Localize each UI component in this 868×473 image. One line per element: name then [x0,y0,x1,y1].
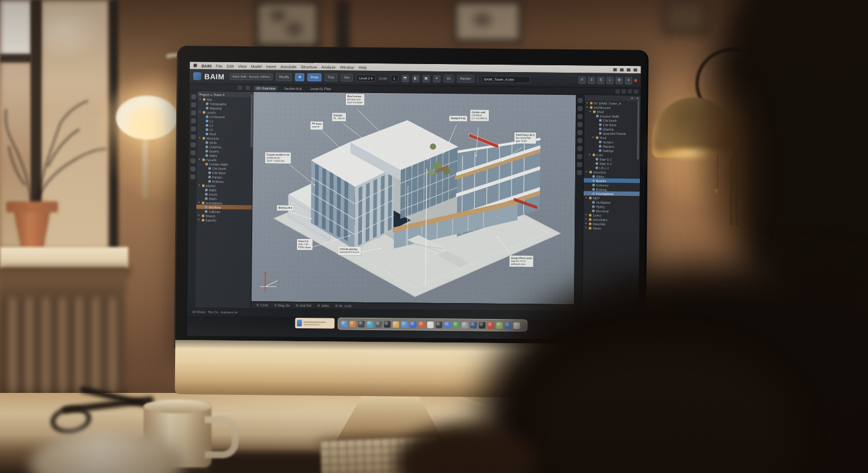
right-tool-icon-8[interactable] [577,162,582,167]
callout-annotation[interactable]: PV arrayzone B [311,121,323,129]
dock-icon-docs[interactable] [410,321,417,328]
callout-annotation[interactable]: Balcony B-2 [277,206,293,211]
tree-row[interactable]: ▾Exports [196,217,252,222]
menu-item-window[interactable]: Window [340,65,354,69]
view-icon[interactable] [245,86,250,90]
callout-annotation[interactable]: Facade module F-11anodized alu1200 × 320… [265,152,290,163]
callout-annotation[interactable]: Roof terraceplanted zoneload 3.5 kN/m² [346,94,364,105]
viewport-status-item[interactable]: Ortho [317,304,329,307]
view-icon[interactable] [237,86,242,90]
left-tool-icon-3[interactable] [190,118,195,123]
left-tool-icon-9[interactable] [190,166,195,171]
callout-annotation[interactable]: Skylight S-02 [449,116,467,121]
dock-icon-firefox[interactable] [419,321,425,328]
left-tool-icon-1[interactable] [191,102,196,107]
toolbar-icon-2[interactable]: ▣ [422,75,430,82]
toolbar-button-render[interactable]: Render [457,75,474,83]
toolbar-right-icon-1[interactable]: ⚙ [615,76,623,84]
dock-icon-terminal[interactable] [384,321,391,328]
viewport-status-item[interactable]: 1:100 [256,303,268,307]
dock-icon-gray-app[interactable] [462,321,469,328]
menu-item-annotate[interactable]: Annotate [280,64,297,68]
left-tool-icon-4[interactable] [190,126,195,131]
wifi-icon[interactable] [613,68,617,71]
tab-3d-overview[interactable]: 3D Overview [253,86,278,91]
left-tool-icon-6[interactable] [190,142,195,147]
tool-letter-4[interactable]: 4 [588,76,595,84]
dock-icon-maps[interactable] [496,321,503,328]
right-tool-icon-5[interactable] [577,138,582,143]
draw-tool-button[interactable]: Draw [308,74,322,81]
dock-icon-pdf[interactable] [488,321,494,328]
tool-letter-s[interactable]: S [597,76,604,84]
notification-widget[interactable] [295,318,335,329]
dock-icon-pages[interactable] [444,321,451,328]
tool-letter-f[interactable]: F [578,76,586,84]
dock-icon-camera[interactable] [358,320,365,327]
right-tool-icon-0[interactable] [578,98,583,103]
callout-annotation[interactable]: Ground floor retailslab RL +0.00polished… [510,256,533,267]
toolbar-right-icon-0[interactable]: ⌕ [606,76,613,84]
dock-icon-word[interactable] [470,321,477,328]
left-tool-icon-8[interactable] [190,158,195,163]
toolbar-right-icon-2[interactable]: ≡ [624,76,632,84]
viewport-status-item[interactable]: Snap On [274,304,290,307]
dock-icon-sheets[interactable] [453,321,460,328]
dock-icon-settings[interactable] [436,321,443,328]
menu-item-analyze[interactable]: Analyze [321,65,335,69]
apple-menu-icon[interactable] [194,63,197,67]
right-tool-icon-3[interactable] [577,122,582,127]
dock-icon-utility[interactable] [375,321,382,328]
dock-icon-folder[interactable] [393,321,399,328]
right-tool-icon-4[interactable] [577,130,582,135]
battery-icon[interactable] [620,68,624,71]
right-tool-icon-2[interactable] [577,114,582,119]
viewport-status-item[interactable]: Grid 500 [296,304,311,307]
draw-tool-icon[interactable]: ✚ [295,73,305,81]
menu-item-view[interactable]: View [238,63,247,68]
viewport-3d[interactable]: Roof terraceplanted zoneload 3.5 kN/m²Pa… [252,92,576,304]
menu-item-edit[interactable]: Edit [227,63,234,68]
toolbar-icon-0[interactable]: ⬒ [401,75,409,82]
view-control-icon-0[interactable] [615,89,620,94]
dock-icon-finder[interactable] [514,322,520,329]
level-selector[interactable]: Level 2 ▾ [356,74,375,81]
menu-item-model[interactable]: Model [251,64,262,68]
right-tool-icon-6[interactable] [577,146,582,151]
left-tool-icon-7[interactable] [190,150,195,155]
left-tool-icon-10[interactable] [190,174,195,179]
clock-icon[interactable] [627,68,631,71]
callout-annotation[interactable]: Steel frame SF-3fire rating R60galv. fin… [514,132,536,144]
dock-icon-photos[interactable] [350,320,356,327]
scale-input[interactable]: 1 [390,75,398,82]
view-control-icon-3[interactable] [634,89,638,94]
menu-item-baim[interactable]: BAIM [202,63,212,68]
toolbar-icon-1[interactable]: ◧ [412,75,419,82]
left-tool-icon-5[interactable] [190,134,195,139]
right-tool-icon-9[interactable] [577,170,582,175]
callout-annotation[interactable]: Core C-1stair + liftFD30 doors [297,239,313,250]
toolbar-button-modify[interactable]: Modify [276,73,292,81]
toolbar-button-3d[interactable]: 3D [443,75,454,83]
filename-field[interactable]: BAIM_Tower_A.bim [481,75,530,83]
wall-type-selector[interactable]: Basic Wall · Generic 200mm [229,73,273,81]
dock-icon-appstore[interactable] [401,321,408,328]
callout-annotation[interactable]: Canopy glazinglaminated 2×8 mm [338,247,361,255]
toolbar-button-trim[interactable]: Trim [324,74,337,81]
tree-row[interactable]: ▾Views [583,225,639,230]
menu-item-file[interactable]: File [216,63,223,68]
tab-section-a-a[interactable]: Section A-A [282,86,305,91]
left-tool-icon-0[interactable] [191,94,196,99]
right-tool-icon-7[interactable] [577,154,582,159]
dock-icon-files[interactable] [341,320,348,327]
tab-level-01-plan[interactable]: Level 01 Plan [308,86,334,91]
toolbar-button-join[interactable]: Join [340,74,353,81]
dock-icon-music[interactable] [505,322,512,329]
toolbar-icon-3[interactable]: ✦ [433,75,440,82]
view-control-icon-2[interactable] [628,89,632,94]
menu-item-structure[interactable]: Structure [301,64,317,68]
callout-annotation[interactable]: ParapetRL +18.40 [332,113,346,121]
view-control-icon-1[interactable] [621,89,626,94]
menu-item-help[interactable]: Help [359,65,367,69]
dock-icon-notes[interactable] [427,321,434,328]
